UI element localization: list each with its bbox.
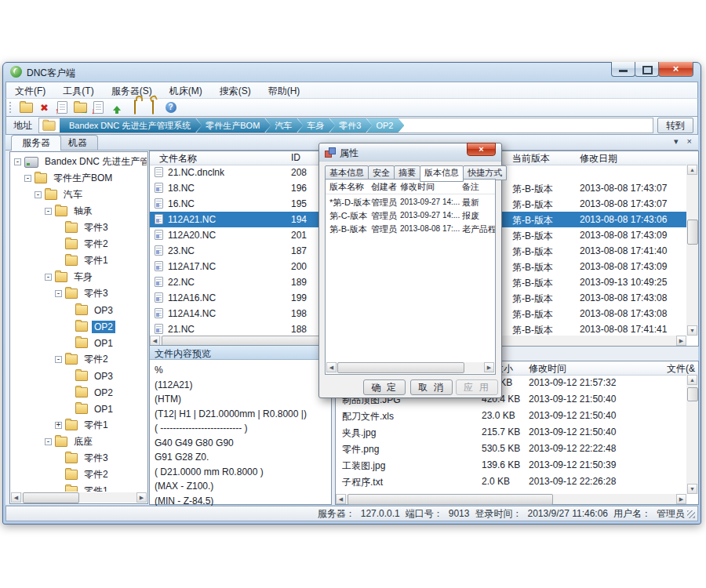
ok-button[interactable]: 确 定	[363, 379, 406, 395]
scroll-up-icon[interactable]: ▲	[687, 375, 697, 385]
version-column-header[interactable]: 修改时间	[400, 181, 435, 193]
tree-node[interactable]: - 汽车	[11, 187, 147, 203]
menu-item[interactable]: 工具(T)	[54, 82, 102, 100]
expand-toggle-icon[interactable]: -	[45, 438, 52, 445]
column-file[interactable]: 文件(&	[667, 362, 695, 376]
tree-node[interactable]: 零件1	[11, 483, 147, 492]
breadcrumb-item[interactable]: 车身	[297, 118, 335, 132]
expand-toggle-icon[interactable]: -	[24, 175, 31, 182]
dialog-close-button[interactable]: ×	[467, 143, 496, 156]
close-panel-icon[interactable]: ×	[687, 136, 692, 146]
scroll-right-icon[interactable]: ▶	[676, 494, 686, 504]
tree-node[interactable]: + 零件1	[11, 417, 147, 434]
tree-node[interactable]: 零件1	[11, 252, 147, 269]
checkin-file-icon[interactable]: ↑	[53, 100, 71, 115]
tree-node[interactable]: - 轴承	[11, 203, 147, 220]
unlock-icon[interactable]	[144, 100, 162, 115]
help-icon[interactable]	[162, 100, 180, 115]
scrollbar-thumb[interactable]	[687, 387, 698, 401]
tree-node[interactable]: - 零件生产BOM	[11, 170, 147, 187]
tree-node[interactable]: - 零件3	[11, 285, 147, 302]
new-folder-icon[interactable]	[17, 100, 35, 115]
scroll-right-icon[interactable]: ▶	[136, 492, 147, 503]
attachment-horizontal-scrollbar[interactable]: ◀ ▶	[336, 494, 686, 504]
expand-toggle-icon[interactable]: -	[55, 356, 62, 363]
maximize-button[interactable]	[635, 62, 659, 77]
attachment-row[interactable]: 子程序.txt 2.0 KB 2013-09-12 22:26:28	[336, 474, 686, 490]
cancel-button[interactable]: 取 消	[410, 379, 453, 395]
tree-node[interactable]: 零件3	[11, 450, 147, 466]
expand-toggle-icon[interactable]: -	[45, 208, 52, 215]
scroll-left-icon[interactable]: ◀	[11, 492, 21, 503]
checkout-file-icon[interactable]: ↓	[89, 100, 107, 115]
breadcrumb-item[interactable]: OP2	[366, 118, 404, 132]
scrollbar-thumb[interactable]	[348, 494, 553, 505]
scroll-down-icon[interactable]: ▼	[687, 325, 697, 336]
scroll-up-icon[interactable]: ▲	[687, 165, 697, 175]
tree-node[interactable]: 零件2	[11, 466, 147, 483]
version-column-header[interactable]: 创建者	[371, 181, 397, 193]
version-row[interactable]: 第-C-版本 管理员 2013-09-27 14:... 报废	[326, 209, 495, 222]
delete-icon[interactable]	[35, 100, 53, 115]
menu-item[interactable]: 机床(M)	[161, 82, 211, 100]
dialog-horizontal-scrollbar[interactable]: ◀ ▶	[326, 362, 494, 373]
attachment-vertical-scrollbar[interactable]: ▲ ▼	[686, 375, 698, 494]
expand-toggle-icon[interactable]: -	[55, 290, 62, 297]
file-list-vertical-scrollbar[interactable]: ▲ ▼	[686, 165, 698, 336]
attachment-row[interactable]: 配刀文件.xls 23.0 KB 2013-09-12 21:50:40	[336, 408, 686, 424]
scroll-down-icon[interactable]: ▼	[687, 484, 697, 494]
version-row[interactable]: *第-D-版本 管理员 2013-09-27 14:... 最新	[326, 195, 495, 209]
tree-node[interactable]: OP1	[11, 401, 147, 417]
dialog-tab-3[interactable]: 版本信息	[420, 165, 464, 182]
breadcrumb-item[interactable]: 零件3	[329, 118, 372, 132]
column-id[interactable]: ID	[291, 152, 300, 163]
scroll-right-icon[interactable]: ▶	[484, 362, 494, 372]
scrollbar-thumb[interactable]	[23, 492, 79, 503]
upload-icon[interactable]	[107, 100, 126, 115]
scroll-right-icon[interactable]: ▶	[676, 336, 686, 346]
menu-item[interactable]: 文件(F)	[6, 82, 54, 100]
breadcrumb-item[interactable]: Bandex DNC 先进生产管理系统	[60, 118, 202, 132]
tree-node[interactable]: OP3	[11, 368, 147, 384]
scrollbar-thumb[interactable]	[687, 220, 698, 245]
version-column-header[interactable]: 版本名称	[329, 181, 364, 193]
tree-node[interactable]: - Bandex DNC 先进生产管理系统	[11, 154, 147, 170]
tree-horizontal-scrollbar[interactable]: ◀ ▶	[11, 492, 147, 503]
tree-node[interactable]: - 底座	[11, 434, 147, 450]
menu-item[interactable]: 帮助(H)	[260, 82, 309, 100]
title-bar[interactable]: DNC客户端	[3, 63, 701, 82]
tree-node[interactable]: OP1	[11, 335, 147, 351]
version-column-header[interactable]: 备注	[462, 181, 479, 193]
attachment-row[interactable]: 夹具.jpg 215.7 KB 2013-09-12 21:50:40	[336, 424, 686, 441]
column-file-name[interactable]: 文件名称	[159, 152, 197, 165]
tree-node[interactable]: - 零件2	[11, 351, 147, 368]
dialog-title-bar[interactable]: 属性 ×	[319, 143, 501, 162]
tree-node[interactable]: OP2	[11, 318, 147, 335]
attachment-row[interactable]: 工装图.jpg 139.6 KB 2013-09-12 21:50:39	[336, 457, 686, 474]
scrollbar-thumb[interactable]	[337, 362, 464, 373]
go-button[interactable]: 转到	[657, 118, 693, 133]
breadcrumb-item[interactable]: 汽车	[265, 118, 303, 132]
expand-toggle-icon[interactable]: -	[45, 274, 52, 281]
version-row[interactable]: 第-B-版本 管理员 2013-08-08 17:... 老产品程序	[326, 222, 495, 235]
column-modified-date[interactable]: 修改日期	[580, 152, 617, 165]
scroll-left-icon[interactable]: ◀	[336, 494, 346, 504]
tree-node[interactable]: OP3	[11, 302, 147, 318]
menu-item[interactable]: 搜索(S)	[211, 82, 260, 100]
chevron-down-icon[interactable]: ▾	[674, 136, 679, 146]
expand-toggle-icon[interactable]: +	[55, 422, 62, 429]
minimize-button[interactable]	[611, 62, 635, 77]
breadcrumb-item[interactable]: 零件生产BOM	[196, 118, 271, 132]
panel-tab-0[interactable]: 服务器	[11, 135, 61, 151]
apply-button[interactable]: 应 用	[456, 379, 498, 395]
close-button[interactable]	[658, 62, 693, 77]
tree-node[interactable]: - 车身	[11, 269, 147, 285]
expand-toggle-icon[interactable]: -	[14, 158, 21, 165]
column-current-version[interactable]: 当前版本	[512, 152, 550, 165]
tree-node[interactable]: OP2	[11, 384, 147, 401]
column-modified-time[interactable]: 修改时间	[529, 362, 566, 376]
scroll-left-icon[interactable]: ◀	[326, 362, 337, 372]
panel-tab-1[interactable]: 机器	[57, 135, 98, 150]
import-folder-icon[interactable]: →	[71, 100, 89, 115]
lock-icon[interactable]	[126, 100, 144, 115]
